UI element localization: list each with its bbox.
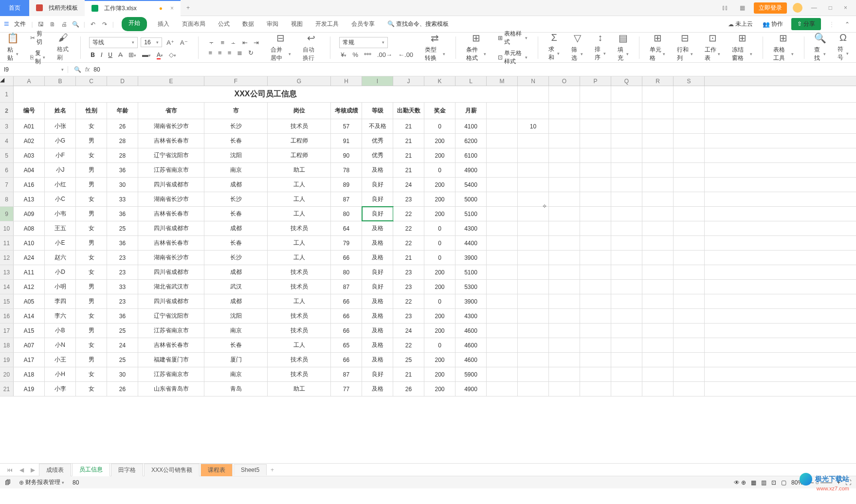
symbol-button[interactable]: 符号▾ xyxy=(836,44,850,63)
cell[interactable]: 66 xyxy=(331,353,362,367)
cell[interactable] xyxy=(580,367,611,381)
zoom-out-icon[interactable]: ▢ xyxy=(781,479,786,486)
cell[interactable]: 青岛 xyxy=(204,382,268,396)
view-page-icon[interactable]: ▥ xyxy=(761,479,766,486)
copy-button[interactable]: ⎘ 复制▾ xyxy=(29,48,47,67)
tab-add[interactable]: + xyxy=(181,4,196,11)
cell[interactable]: 3900 xyxy=(455,251,487,265)
cell[interactable]: 工人 xyxy=(268,294,331,308)
cell[interactable]: A07 xyxy=(14,338,45,352)
sheet-add-icon[interactable]: + xyxy=(268,467,277,473)
cell[interactable]: 4300 xyxy=(455,221,487,235)
col-header[interactable]: R xyxy=(642,76,674,86)
row-header[interactable]: 9 xyxy=(0,207,14,221)
cell[interactable] xyxy=(611,148,642,162)
cell[interactable]: 89 xyxy=(331,178,362,192)
cell[interactable]: A04 xyxy=(14,163,45,177)
fill-color-icon[interactable]: ▬▾ xyxy=(141,51,152,58)
cell[interactable]: 25 xyxy=(107,353,138,367)
cell[interactable] xyxy=(674,163,705,177)
cell[interactable]: A11 xyxy=(14,265,45,279)
avatar[interactable] xyxy=(793,3,802,13)
cell[interactable] xyxy=(580,265,611,279)
cell[interactable] xyxy=(674,324,705,338)
cell[interactable]: 及格 xyxy=(362,294,393,308)
cell[interactable]: 女 xyxy=(76,382,107,396)
cell[interactable]: 女 xyxy=(76,119,107,133)
cell[interactable]: 成都 xyxy=(204,265,268,279)
cell[interactable] xyxy=(642,221,674,235)
align-top-icon[interactable]: ⫟ xyxy=(207,39,216,46)
max-icon[interactable]: □ xyxy=(826,4,835,11)
cell[interactable] xyxy=(549,265,580,279)
cell[interactable] xyxy=(580,251,611,265)
cell[interactable]: 200 xyxy=(424,148,455,162)
cell[interactable] xyxy=(549,251,580,265)
cell[interactable]: 四川省成都市 xyxy=(138,178,204,192)
save-icon[interactable]: 🖫 xyxy=(36,19,46,29)
cell[interactable]: 25 xyxy=(107,221,138,235)
row-header[interactable]: 18 xyxy=(0,338,14,352)
cell[interactable]: 及格 xyxy=(362,163,393,177)
min-icon[interactable]: — xyxy=(808,4,820,11)
cell[interactable] xyxy=(674,382,705,396)
cell[interactable]: 4600 xyxy=(455,324,487,338)
cell[interactable]: 出勤天数 xyxy=(393,103,424,119)
cell[interactable]: 及格 xyxy=(362,236,393,250)
font-color-icon[interactable]: A▾ xyxy=(155,51,164,58)
cell[interactable]: 33 xyxy=(107,280,138,294)
cell[interactable]: 及格 xyxy=(362,309,393,323)
title-cell[interactable]: XXX公司员工信息 xyxy=(14,86,518,102)
row-header[interactable]: 20 xyxy=(0,367,14,381)
cell[interactable] xyxy=(611,251,642,265)
tab-view[interactable]: 视图 xyxy=(289,17,305,31)
cell[interactable]: A03 xyxy=(14,148,45,162)
cell[interactable]: 江苏省南京市 xyxy=(138,324,204,338)
cell[interactable] xyxy=(642,119,674,133)
cell[interactable] xyxy=(611,294,642,308)
cell[interactable]: 男 xyxy=(76,178,107,192)
cell[interactable] xyxy=(642,280,674,294)
cell[interactable] xyxy=(611,265,642,279)
cell[interactable]: 21 xyxy=(393,148,424,162)
cell[interactable]: 良好 xyxy=(362,265,393,279)
cell[interactable] xyxy=(580,119,611,133)
type-convert-button[interactable]: 类型转换▾ xyxy=(423,45,447,63)
find-icon[interactable]: 🔍 xyxy=(814,32,826,44)
col-header[interactable]: I xyxy=(362,76,393,86)
convert-icon[interactable]: ⇄ xyxy=(431,32,439,44)
row-header[interactable]: 6 xyxy=(0,163,14,177)
cell[interactable]: 女 xyxy=(76,338,107,352)
cell[interactable]: 79 xyxy=(331,236,362,250)
cell[interactable]: 长春 xyxy=(204,134,268,148)
cell[interactable]: 工人 xyxy=(268,207,331,221)
cell[interactable] xyxy=(518,86,549,102)
cell[interactable]: A01 xyxy=(14,119,45,133)
cell[interactable]: 小明 xyxy=(45,280,76,294)
row-header[interactable]: 2 xyxy=(0,103,14,119)
cell[interactable]: 技术员 xyxy=(268,324,331,338)
tab-template[interactable]: 找稻壳模板 xyxy=(29,0,85,16)
fill-button[interactable]: 填充▾ xyxy=(616,45,630,63)
cell[interactable] xyxy=(580,353,611,367)
cell[interactable]: 5900 xyxy=(455,367,487,381)
sheet-list-icon[interactable]: 🗐 xyxy=(5,479,11,486)
cell[interactable] xyxy=(518,294,549,308)
cell[interactable] xyxy=(580,207,611,221)
cell[interactable]: 36 xyxy=(107,236,138,250)
select-all-corner[interactable]: ◢ xyxy=(0,76,14,86)
cell[interactable] xyxy=(518,265,549,279)
cell[interactable]: 4400 xyxy=(455,236,487,250)
cut-button[interactable]: ✂ 剪切 xyxy=(29,29,47,47)
cell[interactable] xyxy=(580,221,611,235)
cell[interactable] xyxy=(580,338,611,352)
cell[interactable]: 等级 xyxy=(362,103,393,119)
cell[interactable] xyxy=(487,192,518,206)
cell[interactable]: 5400 xyxy=(455,178,487,192)
cell[interactable]: 男 xyxy=(76,207,107,221)
align-dist-icon[interactable]: ≣ xyxy=(236,49,244,56)
cond-fmt-icon[interactable]: ⊞ xyxy=(472,32,480,44)
cell[interactable] xyxy=(518,324,549,338)
cell[interactable] xyxy=(674,86,705,102)
align-center-icon[interactable]: ≡ xyxy=(217,49,223,56)
